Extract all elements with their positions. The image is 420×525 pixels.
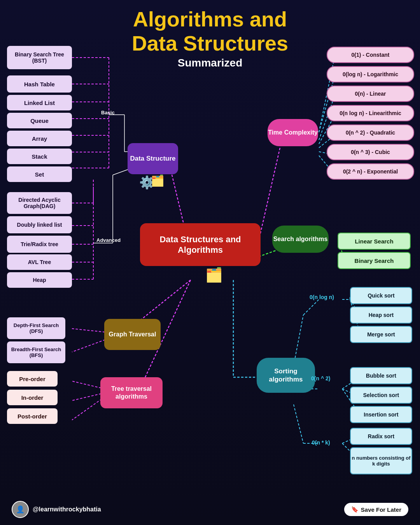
data-structure-node: Data Structure xyxy=(128,143,178,174)
tc-constant: 0(1) - Constant xyxy=(327,47,414,63)
adv-ds-trie: Trie/Radix tree xyxy=(7,236,72,253)
merge-sort-box: Merge sort xyxy=(350,326,412,343)
basic-ds-stack: Stack xyxy=(7,149,72,164)
insertion-sort-box: Insertion sort xyxy=(350,406,412,423)
n-numbers-box: n numbers consisting of k digits xyxy=(350,447,412,474)
on2-label: 0(n ^ 2) xyxy=(311,375,330,382)
linear-search-box: Linear Search xyxy=(338,233,411,250)
avatar: 👤 xyxy=(12,501,29,518)
search-algorithms-node: Search algorithms xyxy=(272,226,329,253)
computer-icon: 🗂️ xyxy=(205,267,223,283)
onlogn-label: 0(n log n) xyxy=(310,294,334,300)
tree-traversal-node: Tree traversal algorithms xyxy=(100,377,163,408)
tree-inorder-box: In-order xyxy=(7,390,58,405)
title-line1: Algorithms and xyxy=(0,7,420,31)
adv-ds-avl: AVL Tree xyxy=(7,254,72,270)
radix-sort-box: Radix sort xyxy=(350,428,412,445)
tc-logarithmic: 0(log n) - Logarithmic xyxy=(327,66,414,82)
advanced-label: Advanced xyxy=(96,237,121,243)
tc-exponential: 0(2 ^ n) - Exponential xyxy=(327,163,414,180)
heap-sort-box: Heap sort xyxy=(350,306,412,324)
basic-ds-set: Set xyxy=(7,166,72,182)
time-complexity-node: Time Complexity xyxy=(268,119,318,146)
central-node: Data Structures and Algorithms xyxy=(140,223,261,266)
svg-line-37 xyxy=(303,299,319,315)
bookmark-icon: 🔖 xyxy=(351,506,359,513)
basic-ds-queue: Queue xyxy=(7,113,72,128)
graph-traversal-node: Graph Traversal xyxy=(104,319,161,350)
folder-icon: 🗂️ xyxy=(151,174,164,187)
graph-dfs-box: Depth-First Search (DFS) xyxy=(7,317,65,339)
basic-ds-hashtable: Hash Table xyxy=(7,75,72,93)
bubble-sort-box: Bubble sort xyxy=(350,367,412,384)
svg-line-53 xyxy=(72,329,109,332)
tree-preorder-box: Pre-order xyxy=(7,371,58,387)
tc-linearithmic: 0(n log n) - Linearithmic xyxy=(327,105,414,121)
footer-handle: @learnwithrockybhatia xyxy=(33,506,101,513)
footer-left: 👤 @learnwithrockybhatia xyxy=(12,501,101,518)
tc-cubic: 0(n ^ 3) - Cubic xyxy=(327,144,414,160)
svg-line-48 xyxy=(294,404,303,443)
save-for-later-button[interactable]: 🔖 Save For Later xyxy=(344,503,408,516)
tc-linear: 0(n) - Linear xyxy=(327,86,414,102)
adv-ds-doubly: Doubly linked list xyxy=(7,216,72,233)
adv-ds-heap: Heap xyxy=(7,272,72,288)
sorting-algorithms-node: Sorting algorithms xyxy=(257,358,315,393)
quick-sort-box: Quick sort xyxy=(350,287,412,304)
tc-quadratic: 0(n ^ 2) - Quadratic xyxy=(327,124,414,141)
basic-label: Basic xyxy=(101,110,115,116)
graph-bfs-box: Breadth-First Search (BFS) xyxy=(7,341,65,363)
basic-ds-array: Array xyxy=(7,131,72,146)
tree-postorder-box: Post-order xyxy=(7,408,58,424)
selection-sort-box: Selection sort xyxy=(350,387,412,404)
binary-search-box: Binary Search xyxy=(338,252,411,269)
basic-ds-linkedlist: Linked List xyxy=(7,95,72,110)
adv-ds-dag: Directed Acyclic Graph(DAG) xyxy=(7,192,72,214)
basic-ds-bst: Binary Search Tree (BST) xyxy=(7,46,72,69)
onk-label: 0(n * k) xyxy=(312,439,330,446)
svg-line-25 xyxy=(319,77,334,132)
svg-line-54 xyxy=(72,338,109,352)
svg-line-23 xyxy=(259,148,280,241)
footer: 👤 @learnwithrockybhatia 🔖 Save For Later xyxy=(0,501,420,518)
